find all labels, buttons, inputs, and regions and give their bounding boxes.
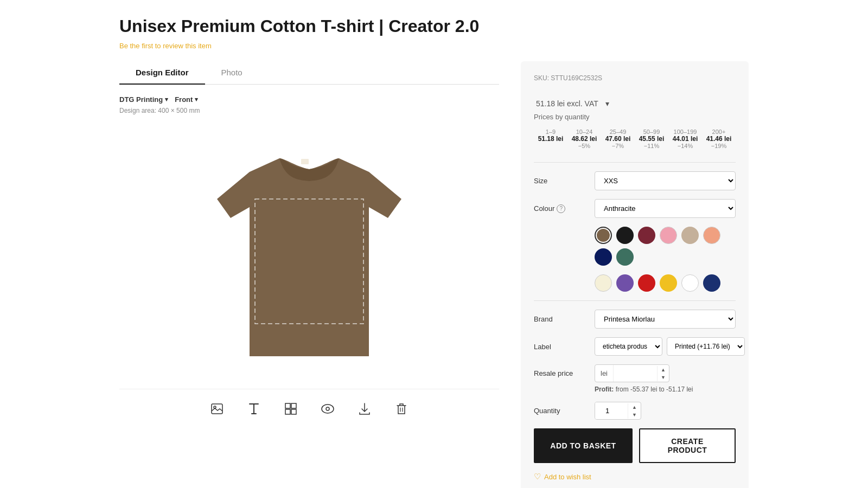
sku-text: SKU: STTU169C2532S bbox=[534, 74, 736, 82]
color-swatch-black[interactable] bbox=[616, 227, 634, 244]
qty-spinner[interactable]: ▲ ▼ bbox=[628, 403, 641, 419]
color-swatch-burgundy[interactable] bbox=[638, 227, 655, 244]
color-swatch-red[interactable] bbox=[638, 274, 655, 292]
label-type-select[interactable]: eticheta produs bbox=[595, 337, 662, 356]
label-print-select[interactable]: Printed (+11.76 lei) bbox=[667, 337, 745, 356]
review-link[interactable]: Be the first to review this item bbox=[119, 42, 212, 50]
tab-design-editor[interactable]: Design Editor bbox=[119, 61, 205, 85]
text-tool-icon[interactable] bbox=[245, 400, 263, 418]
bottom-toolbar bbox=[119, 389, 499, 428]
color-swatch-pink[interactable] bbox=[660, 227, 677, 244]
tshirt-wrapper bbox=[195, 129, 423, 378]
size-select[interactable]: XXS XS S M L XL 2XL 3XL bbox=[595, 171, 736, 190]
resale-spinner[interactable]: ▲ ▼ bbox=[657, 366, 669, 381]
layers-tool-icon[interactable] bbox=[282, 400, 299, 418]
size-label: Size bbox=[534, 177, 588, 185]
heart-icon: ♡ bbox=[534, 472, 541, 481]
profit-text: Profit: from -55.37 lei to -51.17 lei bbox=[595, 386, 736, 393]
preview-tool-icon[interactable] bbox=[319, 400, 336, 418]
color-swatch-yellow[interactable] bbox=[660, 274, 677, 292]
resale-input-wrapper: lei ▲ ▼ bbox=[595, 364, 669, 382]
design-area-text: Design area: 400 × 500 mm bbox=[119, 107, 499, 114]
resale-currency: lei bbox=[595, 365, 614, 382]
delete-tool-icon[interactable] bbox=[393, 400, 410, 418]
svg-rect-0 bbox=[301, 159, 309, 164]
color-swatch-khaki[interactable] bbox=[595, 227, 612, 244]
resale-down[interactable]: ▼ bbox=[658, 374, 669, 381]
qty-tier-5: 100–199 44.01 lei −14% bbox=[668, 126, 702, 151]
image-tool-icon[interactable] bbox=[208, 400, 226, 418]
print-side-dropdown[interactable]: Front bbox=[175, 95, 198, 104]
quantity-row: Quantity ▲ ▼ bbox=[534, 402, 736, 420]
colour-row: Colour ? Anthracite Black White Navy bbox=[534, 199, 736, 218]
quantity-label: Quantity bbox=[534, 407, 588, 415]
tshirt-canvas bbox=[119, 123, 499, 383]
svg-point-9 bbox=[326, 407, 329, 410]
resale-up[interactable]: ▲ bbox=[658, 366, 669, 374]
color-swatch-purple[interactable] bbox=[616, 274, 634, 292]
add-to-basket-button[interactable]: ADD TO BASKET bbox=[534, 428, 633, 463]
qty-tier-6: 200+ 41.46 lei −19% bbox=[702, 126, 736, 151]
color-swatch-dark-navy[interactable] bbox=[703, 274, 720, 292]
color-swatch-beige[interactable] bbox=[681, 227, 699, 244]
color-swatch-navy[interactable] bbox=[595, 248, 612, 266]
price-main: 51.18 leiexcl. VAT ▾ bbox=[534, 91, 736, 111]
label-select-group: eticheta produs Printed (+11.76 lei) bbox=[595, 337, 745, 356]
qty-tier-4: 50–99 45.55 lei −11% bbox=[635, 126, 668, 151]
product-title: Unisex Premium Cotton T-shirt | Creator … bbox=[119, 16, 749, 36]
color-swatch-peach[interactable] bbox=[703, 227, 720, 244]
svg-rect-6 bbox=[285, 409, 290, 414]
svg-rect-4 bbox=[285, 403, 290, 408]
tab-photo[interactable]: Photo bbox=[205, 61, 259, 85]
brand-label: Brand bbox=[534, 315, 588, 323]
divider-2 bbox=[534, 300, 736, 301]
label-row: Label eticheta produs Printed (+11.76 le… bbox=[534, 337, 736, 356]
qty-tier-1: 1–9 51.18 lei bbox=[534, 126, 567, 151]
colour-help-icon[interactable]: ? bbox=[557, 204, 565, 213]
colour-label: Colour ? bbox=[534, 204, 588, 213]
brand-select[interactable]: Printesa Miorlau bbox=[595, 310, 736, 329]
color-swatches-row2 bbox=[595, 274, 736, 292]
add-to-wish-link[interactable]: ♡ Add to wish list bbox=[534, 472, 736, 481]
quantity-input[interactable] bbox=[595, 402, 628, 419]
tabs: Design Editor Photo bbox=[119, 61, 499, 85]
divider-1 bbox=[534, 162, 736, 163]
colour-select[interactable]: Anthracite Black White Navy bbox=[595, 199, 736, 218]
label-label: Label bbox=[534, 343, 588, 351]
qty-input-wrapper: ▲ ▼ bbox=[595, 402, 641, 420]
download-tool-icon[interactable] bbox=[356, 400, 373, 418]
create-product-button[interactable]: CREATE PRODUCT bbox=[639, 428, 736, 463]
svg-rect-7 bbox=[291, 409, 296, 414]
qty-table: 1–9 51.18 lei 10–24 48.62 lei −5% 25–49 … bbox=[534, 126, 736, 151]
resale-row: Resale price lei ▲ ▼ bbox=[534, 364, 736, 382]
action-buttons: ADD TO BASKET CREATE PRODUCT bbox=[534, 428, 736, 463]
color-swatch-white[interactable] bbox=[681, 274, 699, 292]
print-controls: DTG Printing Front bbox=[119, 95, 499, 104]
qty-down[interactable]: ▼ bbox=[628, 411, 641, 419]
resale-input[interactable] bbox=[614, 365, 657, 382]
print-method-dropdown[interactable]: DTG Printing bbox=[119, 95, 168, 104]
tshirt-image bbox=[195, 129, 423, 378]
color-swatch-teal[interactable] bbox=[616, 248, 634, 266]
svg-rect-5 bbox=[291, 403, 296, 408]
left-panel: Design Editor Photo DTG Printing Front D… bbox=[119, 61, 499, 488]
resale-label: Resale price bbox=[534, 369, 588, 377]
qty-tier-3: 25–49 47.60 lei −7% bbox=[601, 126, 635, 151]
right-panel: SKU: STTU169C2532S 51.18 leiexcl. VAT ▾ … bbox=[521, 61, 749, 488]
qty-up[interactable]: ▲ bbox=[628, 403, 641, 411]
svg-rect-2 bbox=[212, 404, 222, 414]
color-swatch-cream[interactable] bbox=[595, 274, 612, 292]
qty-tier-2: 10–24 48.62 lei −5% bbox=[567, 126, 601, 151]
size-row: Size XXS XS S M L XL 2XL 3XL bbox=[534, 171, 736, 190]
svg-point-8 bbox=[322, 404, 334, 413]
prices-by-qty-label: Prices by quantity bbox=[534, 113, 736, 121]
brand-row: Brand Printesa Miorlau bbox=[534, 310, 736, 329]
color-swatches-row1 bbox=[595, 227, 736, 266]
